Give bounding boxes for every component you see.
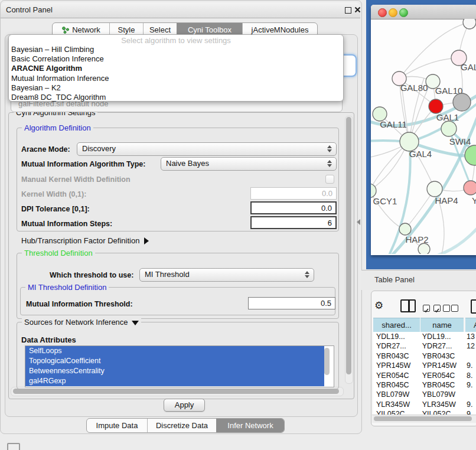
data-attribute-item[interactable]: gal4RGexp (25, 376, 324, 386)
data-attribute-item[interactable]: BetweennessCentrality (25, 366, 324, 376)
table-row[interactable]: YPR145WYPR145W9. (373, 361, 476, 370)
algorithm-option[interactable]: Dream8 DC_TDC Algorithm (9, 93, 343, 102)
mi-threshold-label: Mutual Information Threshold: (26, 300, 133, 308)
split-columns-icon[interactable] (400, 299, 416, 312)
manual-kernel-checkbox[interactable] (325, 175, 334, 184)
table-row[interactable]: YER054CYER054C8. (373, 371, 476, 380)
algorithm-option[interactable]: Bayesian – K2 (9, 83, 343, 93)
table-cell[interactable]: YBR045C (373, 380, 420, 390)
mi-steps-field[interactable]: 6 (250, 216, 337, 229)
table-cell[interactable]: YDL19... (373, 332, 420, 341)
zoom-traffic-light-icon[interactable] (399, 8, 408, 17)
network-node[interactable] (465, 145, 476, 165)
table-cell[interactable]: YBR043C (420, 351, 463, 361)
table-cell[interactable]: 13 (463, 332, 476, 341)
dpi-tolerance-field[interactable]: 0.0 (250, 201, 337, 214)
table-cell[interactable]: YLR345W (373, 400, 420, 409)
table-cell[interactable]: YPR145W (420, 361, 463, 370)
table-cell[interactable]: YIL052C (373, 409, 420, 415)
algorithm-option[interactable]: Bayesian – Hill Climbing (9, 45, 343, 54)
table-cell[interactable]: YER054C (373, 371, 420, 380)
cyni-bottom-tabbar: Impute DataDiscretize DataInfer Network (86, 418, 285, 433)
clear-checkboxes-icon[interactable] (443, 302, 458, 313)
tab-discretize-data[interactable]: Discretize Data (147, 419, 216, 432)
settings-vertical-scrollbar-thumb[interactable] (346, 117, 351, 374)
close-traffic-light-icon[interactable] (378, 8, 387, 17)
mi-type-value: Naive Bayes (166, 159, 209, 168)
aracne-mode-combo[interactable]: Discovery (77, 142, 337, 156)
table-cell[interactable]: YLR345W (420, 400, 463, 409)
table-panel-title: Table Panel (374, 270, 415, 289)
network-node-gal1[interactable] (429, 99, 443, 113)
gear-icon[interactable]: ⚙ (374, 299, 385, 312)
table-cell[interactable]: 12 (463, 341, 476, 351)
network-node-hap2[interactable] (399, 223, 411, 235)
tab-infer-network[interactable]: Infer Network (216, 419, 284, 432)
network-node-swi4[interactable] (441, 121, 457, 136)
network-node-y[interactable] (464, 181, 476, 195)
table-cell[interactable] (463, 390, 476, 399)
mi-threshold-field[interactable]: 0.5 (248, 297, 335, 309)
table-horizontal-scrollbar-thumb[interactable] (374, 416, 472, 421)
close-icon[interactable] (354, 6, 361, 13)
table-row[interactable]: YIL052CYIL052C9. (373, 409, 476, 415)
table-cell[interactable]: YBR045C (420, 380, 463, 390)
table-row[interactable]: YDR27...YDR27...12 (373, 341, 476, 351)
table-cell[interactable]: YIL052C (420, 409, 463, 415)
table-cell[interactable]: YPR145W (373, 361, 420, 370)
table-cell[interactable]: 9. (463, 400, 476, 409)
combo-spinner-icon (327, 145, 332, 152)
table-cell[interactable]: 9. (463, 361, 476, 370)
attributes-scrollbar-thumb[interactable] (324, 348, 330, 375)
data-attribute-item[interactable]: TopologicalCoefficient (25, 356, 324, 366)
partial-toolbar-icon[interactable] (471, 299, 476, 314)
kernel-width-label: Kernel Width (0,1): (21, 190, 86, 198)
minimize-traffic-light-icon[interactable] (389, 8, 397, 17)
table-cell[interactable]: YBL079W (420, 390, 463, 399)
network-icon (61, 26, 69, 34)
algorithm-option[interactable]: Mutual Information Inference (9, 74, 343, 83)
mi-type-combo[interactable]: Naive Bayes (161, 157, 337, 171)
table-row[interactable]: YBR043CYBR043C (373, 351, 476, 361)
table-cell[interactable]: 9. (463, 409, 476, 415)
table-row[interactable]: YBR045CYBR045C9. (373, 380, 476, 390)
column-header-name[interactable]: name (420, 318, 464, 332)
column-header-partial[interactable]: A (465, 318, 476, 332)
which-threshold-combo[interactable]: MI Threshold (139, 268, 314, 282)
table-row[interactable]: YLR345WYLR345W9. (373, 400, 476, 409)
tab-impute-data[interactable]: Impute Data (87, 419, 147, 432)
table-cell[interactable]: YDL19... (420, 332, 463, 341)
manual-kernel-label: Manual Kernel Width Definition (21, 175, 131, 184)
network-node-hap4[interactable] (427, 181, 442, 197)
apply-button[interactable]: Apply (164, 399, 205, 412)
table-cell[interactable]: YDR27... (420, 341, 463, 351)
float-window-icon[interactable] (345, 7, 351, 14)
panel-divider-grip[interactable] (357, 219, 360, 225)
table-cell[interactable]: YER054C (420, 371, 463, 380)
network-node-label: HAP4 (435, 195, 458, 206)
table-row[interactable]: YDL19...YDL19...13 (373, 332, 476, 341)
table-cell[interactable]: 8. (463, 371, 476, 380)
settings-horizontal-scrollbar-thumb[interactable] (13, 389, 339, 394)
network-canvas[interactable]: GALGAL80GAL10GAL1GAL11SWI4GAL4GCY1HAP4YH… (371, 19, 476, 254)
table-cell[interactable]: YDR27... (373, 341, 420, 351)
network-node[interactable] (463, 19, 476, 29)
network-node-label: GCY1 (373, 196, 397, 206)
collapsed-panel-icon[interactable] (7, 443, 20, 450)
table-cell[interactable]: YBR043C (373, 351, 420, 361)
column-header-shared-name[interactable]: shared... (373, 318, 420, 332)
table-cell[interactable]: YBL079W (373, 390, 420, 399)
network-node[interactable] (453, 93, 471, 111)
data-attribute-item[interactable]: SelfLoops (25, 346, 324, 356)
select-all-checkboxes-icon[interactable] (423, 302, 441, 313)
table-cell[interactable] (463, 351, 476, 361)
network-node[interactable] (418, 243, 430, 254)
table-cell[interactable]: 9. (463, 380, 476, 390)
kernel-width-field[interactable]: 0.0 (250, 187, 337, 200)
tab-label: Style (118, 25, 135, 34)
table-row[interactable]: YBL079WYBL079W (373, 390, 476, 399)
hub-definition-expander[interactable]: Hub/Transcription Factor Definition (21, 236, 149, 245)
algorithm-option[interactable]: Basic Correlation Inference (9, 54, 343, 64)
algorithm-option[interactable]: ARACNE Algorithm (9, 64, 343, 73)
network-node-label: GAL (461, 62, 476, 72)
